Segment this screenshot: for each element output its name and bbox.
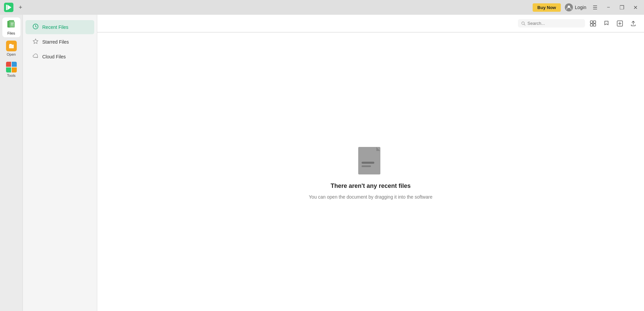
login-label: Login bbox=[575, 5, 586, 10]
share-button[interactable] bbox=[628, 18, 639, 29]
search-input[interactable] bbox=[528, 21, 582, 26]
sidebar-files-label: Files bbox=[7, 31, 15, 35]
nav-item-cloud[interactable]: Cloud Files bbox=[25, 50, 94, 64]
titlebar-right: Buy Now Login ☰ − ❐ ✕ bbox=[533, 3, 640, 12]
login-area[interactable]: Login bbox=[565, 3, 586, 11]
content-toolbar bbox=[97, 15, 644, 32]
pin-button[interactable] bbox=[601, 18, 612, 29]
open-icon bbox=[6, 41, 17, 51]
sidebar-open-label: Open bbox=[7, 52, 16, 56]
cloud-icon bbox=[32, 53, 39, 60]
empty-file-illustration bbox=[356, 144, 386, 178]
nav-item-starred[interactable]: Starred Files bbox=[25, 35, 94, 49]
svg-rect-16 bbox=[590, 24, 593, 26]
nav-starred-label: Starred Files bbox=[42, 39, 69, 45]
sidebar-item-open[interactable]: Open bbox=[2, 39, 20, 58]
svg-rect-8 bbox=[11, 24, 13, 24]
svg-rect-14 bbox=[590, 21, 593, 23]
add-button[interactable] bbox=[614, 18, 625, 29]
buy-now-button[interactable]: Buy Now bbox=[533, 3, 561, 12]
recent-icon bbox=[32, 23, 39, 31]
sidebar-item-tools[interactable]: Tools bbox=[2, 60, 20, 80]
star-icon bbox=[32, 38, 39, 46]
sidebar-tools-label: Tools bbox=[7, 73, 16, 77]
empty-state-subtitle: You can open the document by dragging it… bbox=[309, 194, 432, 200]
nav-recent-label: Recent Files bbox=[42, 24, 68, 30]
nav-cloud-label: Cloud Files bbox=[42, 54, 66, 59]
close-button[interactable]: ✕ bbox=[631, 3, 640, 12]
search-icon bbox=[521, 21, 526, 26]
svg-rect-21 bbox=[358, 147, 380, 174]
svg-rect-17 bbox=[593, 24, 596, 26]
grid-view-button[interactable] bbox=[588, 18, 598, 29]
files-icon bbox=[6, 19, 17, 30]
minimize-button[interactable]: − bbox=[604, 3, 613, 12]
left-panel: Recent Files Starred Files Cloud Files bbox=[23, 15, 97, 311]
svg-marker-11 bbox=[33, 39, 38, 44]
empty-state-title: There aren't any recent files bbox=[331, 183, 411, 190]
svg-rect-23 bbox=[362, 165, 371, 167]
avatar-icon bbox=[565, 3, 573, 11]
svg-line-13 bbox=[524, 24, 525, 25]
nav-item-recent[interactable]: Recent Files bbox=[25, 20, 94, 34]
maximize-button[interactable]: ❐ bbox=[617, 3, 627, 12]
svg-rect-22 bbox=[362, 162, 374, 164]
svg-rect-2 bbox=[6, 5, 7, 10]
tools-icon bbox=[6, 62, 17, 72]
app-body: Files Open Tools bbox=[0, 15, 644, 311]
main-content: There aren't any recent files You can op… bbox=[97, 15, 644, 311]
svg-rect-15 bbox=[593, 21, 596, 23]
menu-button[interactable]: ☰ bbox=[590, 3, 600, 12]
empty-state: There aren't any recent files You can op… bbox=[97, 33, 644, 311]
svg-rect-9 bbox=[11, 25, 13, 25]
svg-rect-7 bbox=[11, 23, 14, 23]
titlebar: + Buy Now Login ☰ − ❐ ✕ bbox=[0, 0, 644, 15]
new-tab-button[interactable]: + bbox=[16, 3, 25, 12]
icon-sidebar: Files Open Tools bbox=[0, 15, 23, 311]
search-box bbox=[518, 19, 585, 28]
app-logo bbox=[4, 3, 13, 12]
svg-rect-6 bbox=[10, 21, 15, 28]
titlebar-left: + bbox=[4, 3, 25, 12]
sidebar-item-files[interactable]: Files bbox=[2, 17, 20, 37]
